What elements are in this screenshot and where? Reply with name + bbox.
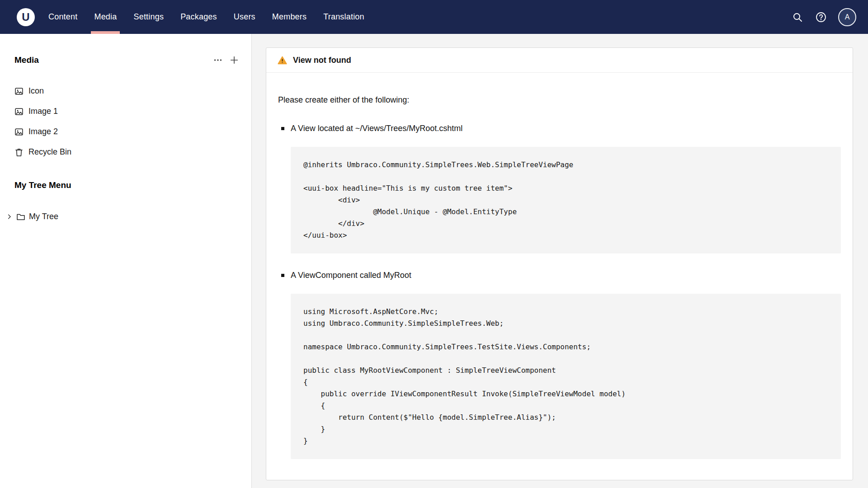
warning-icon [278,56,287,65]
trash-icon [14,148,24,157]
my-tree-menu: My Tree [0,206,251,227]
sidebar-section-title: My Tree Menu [0,180,251,190]
ellipsis-icon [213,55,223,65]
code-block-viewcomponent: using Microsoft.AspNetCore.Mvc; using Um… [291,294,841,459]
card-header: View not found [266,48,853,73]
image-icon [14,87,24,96]
tree-item-label: Image 2 [28,127,58,136]
sidebar: Media [0,34,252,488]
umbraco-logo[interactable]: U [17,8,35,26]
top-nav: Content Media Settings Packages Users Me… [48,0,364,34]
image-icon [14,107,24,116]
sidebar-actions [211,53,241,67]
view-not-found-card: View not found Please create either of t… [266,47,853,480]
option-view-label: A View located at ~/Views/Trees/MyRoot.c… [291,124,462,133]
tree-item-recycle-bin[interactable]: Recycle Bin [0,142,251,162]
help-icon [815,11,827,23]
nav-item-members[interactable]: Members [272,0,307,34]
tree-item-image-1[interactable]: Image 1 [0,101,251,122]
search-icon [792,12,803,23]
nav-item-settings[interactable]: Settings [133,0,164,34]
avatar-initial: A [845,13,850,21]
search-button[interactable] [788,8,807,26]
more-actions-button[interactable] [211,53,225,67]
nav-item-media[interactable]: Media [94,0,117,34]
tree-item-label: Icon [28,86,44,96]
option-viewcomponent: A ViewComponent called MyRoot using Micr… [278,271,841,459]
media-tree: Icon Image 1 [0,81,251,162]
folder-icon [16,212,25,221]
help-button[interactable] [812,8,830,26]
sidebar-header: Media [0,53,251,67]
nav-item-packages[interactable]: Packages [180,0,217,34]
create-button[interactable] [227,53,241,67]
main-content: View not found Please create either of t… [252,34,868,488]
card-title: View not found [293,56,351,65]
nav-item-content[interactable]: Content [48,0,77,34]
logo-letter: U [22,11,29,23]
chevron-right-icon[interactable] [6,213,13,220]
tree-item-icon[interactable]: Icon [0,81,251,101]
intro-text: Please create either of the following: [278,95,841,105]
topbar: U Content Media Settings Packages Users … [0,0,868,34]
sidebar-title: Media [14,55,39,65]
option-view: A View located at ~/Views/Trees/MyRoot.c… [278,124,841,253]
nav-item-users[interactable]: Users [234,0,255,34]
nav-item-translation[interactable]: Translation [323,0,364,34]
options-list: A View located at ~/Views/Trees/MyRoot.c… [278,124,841,459]
topbar-actions: A [788,0,856,34]
tree-item-label: My Tree [29,212,58,221]
image-icon [14,127,24,136]
tree-item-label: Image 1 [28,107,58,116]
tree-item-my-tree[interactable]: My Tree [0,206,251,227]
card-body: Please create either of the following: A… [266,95,853,480]
tree-item-image-2[interactable]: Image 2 [0,122,251,142]
plus-icon [229,55,239,65]
tree-item-label: Recycle Bin [28,147,71,157]
avatar-button[interactable]: A [838,8,856,26]
option-viewcomponent-label: A ViewComponent called MyRoot [291,271,411,280]
workspace: Media [0,34,868,488]
code-block-view: @inherits Umbraco.Community.SimpleTrees.… [291,147,841,253]
